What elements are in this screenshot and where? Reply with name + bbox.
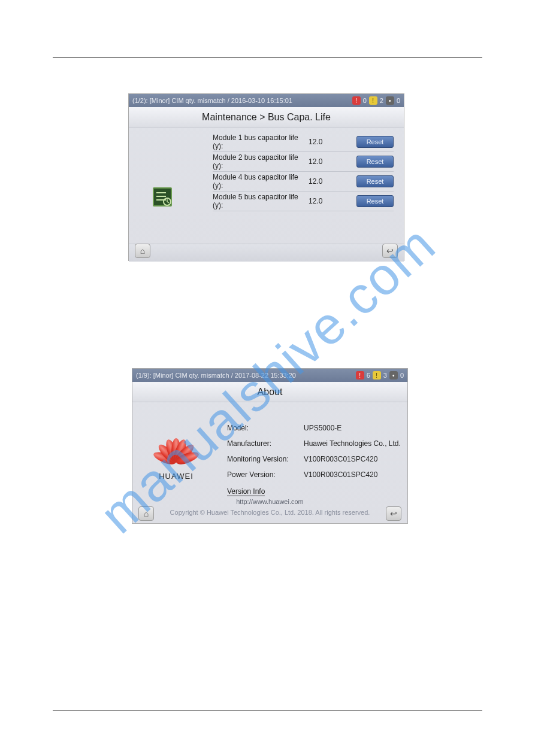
alarm-info-count: 0 bbox=[400, 372, 404, 379]
home-icon: ⌂ bbox=[140, 246, 145, 256]
info-row-manufacturer: Manufacturer: Huawei Technologies Co., L… bbox=[227, 436, 401, 451]
table-row: Module 2 bus capacitor life (y): 12.0 Re… bbox=[213, 152, 394, 172]
alarm-critical-count: 0 bbox=[363, 97, 367, 104]
bus-capacitor-table: Module 1 bus capacitor life (y): 12.0 Re… bbox=[213, 132, 394, 211]
info-row-monitoring: Monitoring Version: V100R003C01SPC420 bbox=[227, 451, 401, 467]
row-value: 12.0 bbox=[309, 177, 336, 186]
info-label: Model: bbox=[227, 424, 304, 432]
status-badges: ! 0 ! 2 • 0 bbox=[352, 96, 400, 105]
table-row: Module 4 bus capacitor life (y): 12.0 Re… bbox=[213, 172, 394, 192]
bottom-toolbar bbox=[129, 244, 404, 262]
status-bar: (1/9): [Minor] CIM qty. mismatch / 2017-… bbox=[132, 369, 407, 382]
row-label: Module 4 bus capacitor life (y): bbox=[213, 173, 309, 190]
reset-button[interactable]: Reset bbox=[356, 195, 394, 207]
alarm-minor-count: 2 bbox=[380, 97, 383, 104]
row-label: Module 2 bus capacitor life (y): bbox=[213, 153, 309, 170]
status-text: (1/2): [Minor] CIM qty. mismatch / 2016-… bbox=[132, 97, 292, 104]
huawei-logo-text: HUAWEI bbox=[143, 472, 209, 481]
row-value: 12.0 bbox=[309, 197, 336, 205]
about-info: Model: UPS5000-E Manufacturer: Huawei Te… bbox=[227, 420, 401, 496]
alarm-critical-icon: ! bbox=[352, 96, 361, 105]
maintenance-icon bbox=[153, 187, 172, 207]
reset-button[interactable]: Reset bbox=[356, 175, 394, 187]
alarm-critical-count: 6 bbox=[367, 372, 370, 379]
row-value: 12.0 bbox=[309, 138, 336, 146]
svg-line-5 bbox=[167, 202, 169, 203]
info-label: Monitoring Version: bbox=[227, 455, 304, 463]
info-value: V100R003C01SPC420 bbox=[304, 470, 401, 479]
row-value: 12.0 bbox=[309, 157, 336, 166]
reset-button[interactable]: Reset bbox=[356, 136, 394, 148]
svg-rect-0 bbox=[156, 192, 166, 193]
status-badges: ! 6 ! 3 • 0 bbox=[356, 371, 404, 379]
info-label: Power Version: bbox=[227, 470, 304, 479]
version-info-link[interactable]: Version Info bbox=[227, 487, 265, 496]
back-button[interactable]: ↩ bbox=[386, 506, 401, 521]
reset-button[interactable]: Reset bbox=[356, 156, 394, 168]
back-icon: ↩ bbox=[386, 246, 394, 256]
alarm-info-icon: • bbox=[386, 96, 394, 105]
back-icon: ↩ bbox=[390, 509, 397, 518]
row-label: Module 5 bus capacitor life (y): bbox=[213, 193, 309, 210]
home-button[interactable]: ⌂ bbox=[138, 506, 154, 521]
info-value: Huawei Technologies Co., Ltd. bbox=[304, 439, 401, 448]
alarm-minor-icon: ! bbox=[373, 371, 381, 379]
alarm-info-icon: • bbox=[389, 371, 398, 379]
divider-top bbox=[53, 57, 482, 58]
alarm-minor-icon: ! bbox=[369, 96, 377, 105]
table-row: Module 1 bus capacitor life (y): 12.0 Re… bbox=[213, 132, 394, 152]
huawei-logo-icon bbox=[153, 436, 199, 469]
footer-url: http://www.huawei.com bbox=[132, 498, 407, 505]
info-row-power: Power Version: V100R003C01SPC420 bbox=[227, 467, 401, 482]
table-row: Module 5 bus capacitor life (y): 12.0 Re… bbox=[213, 192, 394, 211]
alarm-critical-icon: ! bbox=[356, 371, 364, 379]
status-bar: (1/2): [Minor] CIM qty. mismatch / 2016-… bbox=[129, 94, 404, 107]
copyright-text: Copyright © Huawei Technologies Co., Ltd… bbox=[132, 509, 407, 516]
huawei-logo: HUAWEI bbox=[143, 436, 209, 481]
home-button[interactable]: ⌂ bbox=[135, 244, 150, 258]
back-button[interactable]: ↩ bbox=[382, 244, 398, 258]
divider-bottom bbox=[53, 710, 482, 711]
breadcrumb: Maintenance > Bus Capa. Life bbox=[129, 107, 404, 127]
info-row-model: Model: UPS5000-E bbox=[227, 420, 401, 436]
alarm-minor-count: 3 bbox=[383, 372, 387, 379]
screenshot-maintenance: (1/2): [Minor] CIM qty. mismatch / 2016-… bbox=[128, 93, 404, 261]
screenshot-about: (1/9): [Minor] CIM qty. mismatch / 2017-… bbox=[132, 368, 408, 524]
alarm-info-count: 0 bbox=[397, 97, 400, 104]
status-text: (1/9): [Minor] CIM qty. mismatch / 2017-… bbox=[136, 372, 296, 379]
info-label: Manufacturer: bbox=[227, 439, 304, 448]
svg-rect-1 bbox=[156, 196, 166, 197]
info-value: UPS5000-E bbox=[304, 424, 401, 432]
row-label: Module 1 bus capacitor life (y): bbox=[213, 133, 309, 150]
home-icon: ⌂ bbox=[144, 509, 149, 518]
page-title: About bbox=[132, 382, 407, 402]
info-value: V100R003C01SPC420 bbox=[304, 455, 401, 463]
